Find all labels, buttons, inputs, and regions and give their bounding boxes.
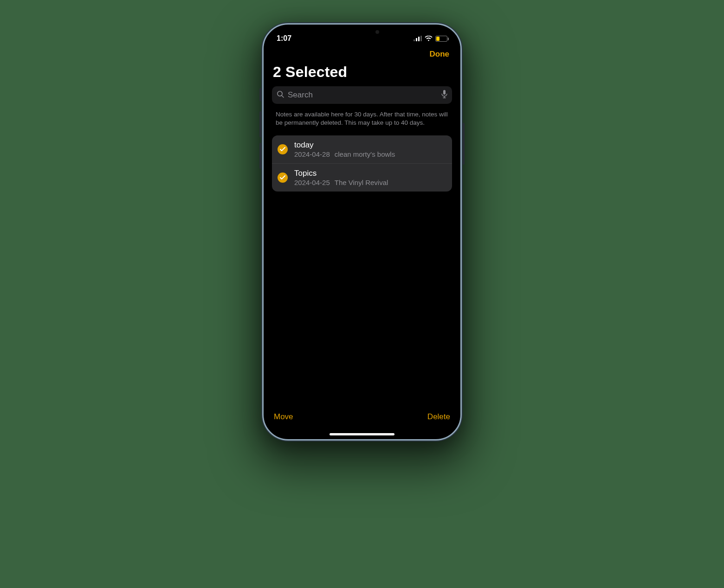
note-row[interactable]: Topics 2024-04-25 The Vinyl Revival (272, 163, 452, 192)
done-button[interactable]: Done (430, 50, 450, 59)
svg-rect-2 (443, 90, 446, 95)
move-button[interactable]: Move (274, 412, 293, 422)
note-title: today (294, 141, 446, 150)
microphone-icon[interactable] (441, 90, 447, 100)
home-indicator[interactable] (330, 433, 394, 435)
bottom-toolbar: Move Delete (264, 412, 460, 431)
note-date: 2024-04-28 (294, 150, 330, 158)
nav-bar: Done (272, 47, 452, 63)
power-button (462, 123, 465, 165)
wifi-icon (425, 36, 433, 42)
mute-switch (259, 88, 262, 101)
note-preview: clean morty's bowls (335, 150, 395, 158)
page-title: 2 Selected (273, 64, 451, 81)
notch (327, 25, 397, 38)
screen: 1:07 Done 2 Selected (264, 25, 460, 439)
device-frame: 1:07 Done 2 Selected (262, 23, 462, 441)
delete-button[interactable]: Delete (427, 412, 450, 422)
status-icons (414, 36, 447, 42)
note-row[interactable]: today 2024-04-28 clean morty's bowls (272, 135, 452, 163)
selected-checkmark-icon[interactable] (278, 173, 288, 183)
retention-info: Notes are available here for 30 days. Af… (272, 110, 452, 127)
battery-icon (435, 36, 447, 42)
search-field[interactable] (272, 86, 452, 104)
search-input[interactable] (288, 90, 438, 100)
status-time: 1:07 (277, 34, 291, 43)
svg-line-1 (282, 96, 284, 97)
cellular-signal-icon (414, 36, 422, 41)
notes-list: today 2024-04-28 clean morty's bowls Top… (272, 135, 452, 192)
note-date: 2024-04-25 (294, 179, 330, 186)
volume-down-button (259, 143, 262, 169)
volume-up-button (259, 111, 262, 137)
selected-checkmark-icon[interactable] (278, 144, 288, 154)
note-preview: The Vinyl Revival (335, 179, 388, 186)
note-title: Topics (294, 169, 446, 178)
search-icon (277, 90, 284, 100)
